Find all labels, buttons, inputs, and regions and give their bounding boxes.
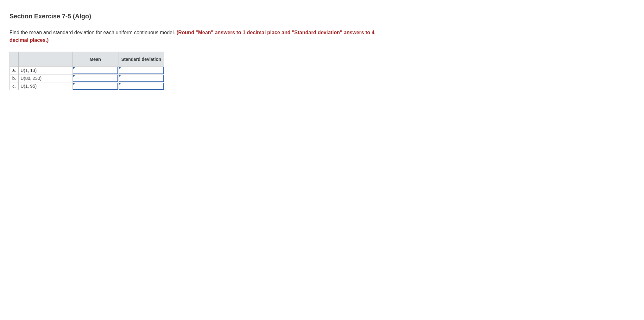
- input-wrap: [73, 75, 118, 82]
- mean-cell: [73, 74, 118, 82]
- table-row: c. U(1, 95): [10, 82, 164, 90]
- row-distribution: U(80, 230): [19, 74, 73, 82]
- row-id: c.: [10, 82, 19, 90]
- mean-input-b[interactable]: [73, 75, 117, 81]
- input-wrap: [119, 67, 164, 74]
- table-header-row: Mean Standard deviation: [10, 52, 164, 67]
- table-row: a. U(1, 13): [10, 67, 164, 74]
- header-blank-2: [19, 52, 73, 67]
- input-wrap: [119, 75, 164, 82]
- input-wrap: [73, 83, 118, 90]
- header-blank-1: [10, 52, 19, 67]
- row-distribution: U(1, 13): [19, 67, 73, 74]
- instructions-text: Find the mean and standard deviation for…: [9, 30, 176, 35]
- stddev-input-b[interactable]: [119, 75, 163, 81]
- stddev-input-c[interactable]: [119, 83, 163, 89]
- instructions: Find the mean and standard deviation for…: [9, 29, 389, 44]
- row-distribution: U(1, 95): [19, 82, 73, 90]
- stddev-input-a[interactable]: [119, 67, 163, 74]
- answer-table: Mean Standard deviation a. U(1, 13) b. U…: [9, 52, 164, 90]
- mean-input-a[interactable]: [73, 67, 117, 74]
- table-row: b. U(80, 230): [10, 74, 164, 82]
- section-title: Section Exercise 7-5 (Algo): [9, 13, 635, 20]
- input-wrap: [119, 83, 164, 90]
- header-mean: Mean: [73, 52, 118, 67]
- row-id: a.: [10, 67, 19, 74]
- header-stddev: Standard deviation: [118, 52, 164, 67]
- stddev-cell: [118, 82, 164, 90]
- input-wrap: [73, 67, 118, 74]
- row-id: b.: [10, 74, 19, 82]
- stddev-cell: [118, 67, 164, 74]
- mean-cell: [73, 67, 118, 74]
- mean-cell: [73, 82, 118, 90]
- stddev-cell: [118, 74, 164, 82]
- mean-input-c[interactable]: [73, 83, 117, 89]
